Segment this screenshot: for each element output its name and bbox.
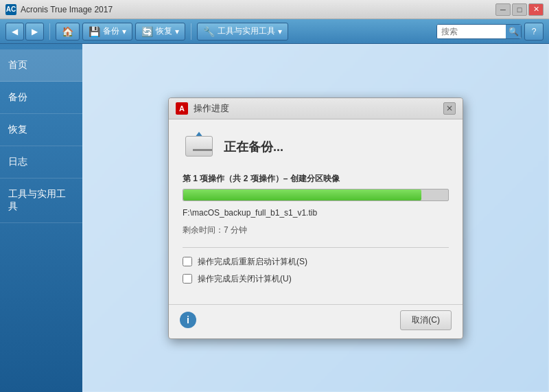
sidebar-item-restore[interactable]: 恢复: [0, 114, 82, 146]
main-layout: 首页 备份 恢复 日志 工具与实用工具 A 操作进度: [0, 44, 549, 392]
dialog-close-button[interactable]: ✕: [443, 102, 456, 115]
home-button[interactable]: 🏠: [56, 23, 80, 41]
content-area: A 操作进度 ✕: [82, 44, 549, 392]
toolbar: ◀ ▶ 🏠 💾 备份 ▾ 🔄 恢复 ▾ 🔧 工具与实用工具 ▾ 🔍 ?: [0, 19, 549, 44]
cancel-button[interactable]: 取消(C): [400, 310, 452, 330]
app-icon: AC: [5, 4, 16, 15]
drive-icon: [183, 130, 215, 163]
file-path: F:\macOS_backup_full_b1_s1_v1.tib: [183, 208, 449, 218]
search-button[interactable]: 🔍: [506, 25, 521, 38]
shutdown-label: 操作完成后关闭计算机(U): [198, 273, 292, 285]
progress-bar-fill: [183, 189, 421, 200]
dialog-title-bar: A 操作进度 ✕: [169, 98, 463, 119]
dialog-body: 正在备份... 第 1 项操作（共 2 项操作）– 创建分区映像 F:\macO…: [169, 119, 463, 304]
progress-label: 第 1 项操作（共 2 项操作）– 创建分区映像: [183, 173, 449, 185]
maximize-button[interactable]: □: [512, 3, 527, 16]
tools-button[interactable]: 🔧 工具与实用工具 ▾: [197, 23, 288, 41]
tools-icon: 🔧: [203, 26, 215, 37]
backup-button[interactable]: 💾 备份 ▾: [82, 23, 132, 41]
app-title: Acronis True Image 2017: [21, 5, 495, 14]
backup-title: 正在备份...: [224, 139, 283, 155]
close-button[interactable]: ✕: [528, 3, 544, 16]
checkbox-row-restart: 操作完成后重新启动计算机(S): [183, 256, 449, 268]
checkbox-section: 操作完成后重新启动计算机(S) 操作完成后关闭计算机(U): [183, 247, 449, 285]
progress-bar-container: [183, 189, 449, 201]
shutdown-checkbox[interactable]: [183, 274, 192, 284]
title-bar: AC Acronis True Image 2017 ─ □ ✕: [0, 0, 549, 19]
toolbar-separator-2: [191, 23, 191, 40]
search-box: 🔍: [436, 24, 522, 39]
help-button[interactable]: ?: [524, 23, 544, 41]
dialog-footer: i 取消(C): [169, 304, 463, 338]
sidebar-item-home[interactable]: 首页: [0, 49, 82, 82]
forward-button[interactable]: ▶: [25, 23, 44, 41]
time-remaining: 剩余时间：7 分钟: [183, 224, 449, 236]
search-input[interactable]: [437, 25, 506, 38]
progress-dialog: A 操作进度 ✕: [168, 97, 463, 339]
sidebar-item-backup[interactable]: 备份: [0, 82, 82, 114]
backup-icon: 💾: [89, 26, 100, 37]
home-icon: 🏠: [62, 26, 73, 37]
nav-buttons: ◀ ▶: [5, 23, 44, 41]
checkbox-row-shutdown: 操作完成后关闭计算机(U): [183, 273, 449, 285]
restore-button[interactable]: 🔄 恢复 ▾: [135, 23, 185, 41]
back-button[interactable]: ◀: [5, 23, 24, 41]
toolbar-separator-1: [49, 23, 50, 40]
dialog-icon: A: [176, 102, 188, 115]
info-icon[interactable]: i: [180, 312, 196, 328]
dialog-title: 操作进度: [194, 102, 443, 115]
restart-label: 操作完成后重新启动计算机(S): [198, 256, 307, 268]
window-controls: ─ □ ✕: [495, 3, 544, 16]
sidebar: 首页 备份 恢复 日志 工具与实用工具: [0, 44, 82, 392]
sidebar-item-log[interactable]: 日志: [0, 146, 82, 178]
sidebar-item-tools[interactable]: 工具与实用工具: [0, 178, 82, 223]
restart-checkbox[interactable]: [183, 257, 192, 266]
drive-slot: [193, 149, 212, 151]
minimize-button[interactable]: ─: [495, 3, 511, 16]
restore-icon: 🔄: [141, 26, 153, 37]
backup-header: 正在备份...: [183, 130, 449, 163]
drive-body: [185, 136, 213, 157]
modal-overlay: A 操作进度 ✕: [82, 44, 549, 392]
